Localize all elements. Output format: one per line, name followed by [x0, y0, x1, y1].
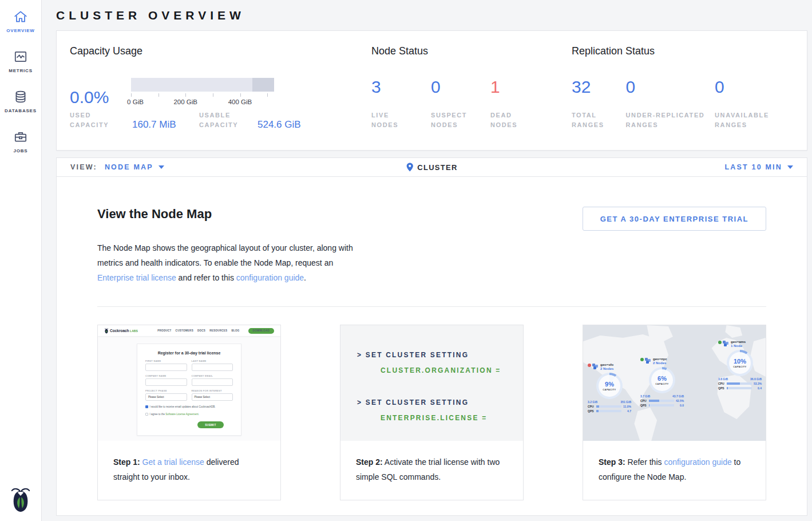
- step-3-caption: Step 3: Refer this configuration guide t…: [583, 441, 766, 498]
- text-segment: The Node Map shows the geographical layo…: [97, 243, 353, 267]
- chevron-down-icon[interactable]: [159, 165, 164, 169]
- total-ranges-value: 32: [572, 78, 626, 96]
- cpu-bar: [649, 400, 674, 402]
- node-map-description: The Node Map shows the geographical layo…: [97, 240, 366, 285]
- inline-link[interactable]: configuration guide: [664, 457, 731, 467]
- sql-command: > SET CLUSTER SETTING: [357, 351, 523, 359]
- enterprise-trial-button[interactable]: GET A 30-DAY ENTERPRISE TRIAL: [583, 207, 766, 231]
- map-locality-nyc: geo=nyc 2 Nodes 6% CAPACITY: [640, 357, 684, 407]
- capacity-usage-title: Capacity Usage: [70, 45, 371, 57]
- mini-checkbox-checked: [145, 405, 148, 408]
- inline-link[interactable]: configuration guide: [236, 273, 304, 282]
- live-nodes-stat: 3 LIVE NODES: [371, 78, 431, 130]
- main-content: CLUSTER OVERVIEW Capacity Usage 0.0%: [42, 0, 812, 521]
- sidebar-item-metrics[interactable]: METRICS: [0, 40, 41, 80]
- locality-name: geo=ams: [731, 340, 746, 344]
- mini-nav-item: CUSTOMERS: [176, 329, 193, 332]
- nodes-icon: [644, 357, 651, 364]
- step-1-card: Cockroach LABS PRODUCT CUSTOMERS DOCS RE…: [97, 325, 281, 500]
- capacity-bar: [131, 78, 274, 92]
- metrics-icon: [13, 49, 28, 64]
- used-capacity-value: 160.7 MiB: [119, 119, 199, 130]
- axis-tick-label: 0 GiB: [127, 98, 144, 105]
- cpu-label: CPU: [640, 399, 647, 402]
- capacity-bar-chart: 0 GiB 200 GiB 400 GiB: [131, 78, 274, 106]
- capacity-bar-segment: [252, 78, 274, 92]
- mini-checkbox-label: I would like to receive email updates ab…: [150, 405, 216, 408]
- sidebar: OVERVIEW METRICS DATABASES: [0, 0, 42, 521]
- cockroachdb-logo: [0, 487, 41, 513]
- text-segment: Step 2:: [356, 457, 383, 467]
- mini-site-nav: PRODUCT CUSTOMERS DOCS RESOURCES BLOG DO…: [157, 328, 274, 334]
- mini-submit-button: SUBMIT: [197, 421, 224, 428]
- sidebar-item-jobs[interactable]: JOBS: [0, 120, 41, 160]
- mini-checkbox-empty: [145, 413, 148, 416]
- databases-icon: [13, 89, 28, 104]
- mini-text-input: [145, 378, 187, 386]
- sql-argument: CLUSTER.ORGANIZATION =: [381, 366, 523, 374]
- trial-registration-screenshot: Cockroach LABS PRODUCT CUSTOMERS DOCS RE…: [98, 325, 280, 441]
- used-capacity-label: USED CAPACITY: [70, 110, 119, 130]
- text-segment: and refer to this: [176, 273, 236, 282]
- mini-field-label: COMPANY NAME: [145, 374, 187, 377]
- mini-nav-item: BLOG: [231, 329, 239, 332]
- mini-checkbox-row: I agree to the Software License Agreemen…: [145, 413, 233, 416]
- capacity-used: 3.7 GiB: [640, 394, 650, 398]
- capacity-used: 3.6 GiB: [718, 377, 728, 381]
- mini-field-label: FIRST NAME: [145, 360, 187, 362]
- locality-node-count: 2 Nodes: [653, 361, 667, 365]
- breadcrumb: CLUSTER: [406, 163, 458, 172]
- mini-nav-item: DOCS: [197, 329, 205, 332]
- under-replicated-label: UNDER-REPLICATED RANGES: [626, 110, 715, 130]
- cpu-bar: [727, 382, 752, 385]
- live-nodes-value: 3: [371, 78, 431, 96]
- time-range-selector[interactable]: LAST 10 MIN: [724, 163, 793, 171]
- sidebar-item-label: OVERVIEW: [6, 28, 34, 33]
- qps-value: 0.4: [754, 386, 762, 390]
- mini-text-input: [145, 364, 187, 371]
- capacity-ring: 9% CAPACITY: [596, 373, 623, 399]
- cpu-label: CPU: [718, 382, 725, 385]
- capacity-ring: 6% CAPACITY: [649, 367, 675, 393]
- step-1-caption: Step 1: Get a trial license delivered st…: [98, 441, 280, 498]
- sql-command: > SET CLUSTER SETTING: [357, 398, 523, 406]
- capacity-label: CAPACITY: [603, 388, 616, 391]
- inline-link[interactable]: Get a trial license: [142, 457, 204, 467]
- qps-bar: [727, 387, 752, 389]
- replication-status-title: Replication Status: [572, 45, 794, 57]
- breadcrumb-scope: CLUSTER: [417, 163, 458, 172]
- sidebar-item-overview[interactable]: OVERVIEW: [0, 0, 41, 40]
- capacity-used: 3.2 GiB: [588, 400, 597, 404]
- sidebar-item-label: DATABASES: [5, 108, 37, 113]
- total-ranges-stat: 32 TOTAL RANGES: [572, 78, 626, 130]
- qps-bar: [596, 410, 621, 412]
- qps-label: QPS: [718, 386, 725, 390]
- view-selector[interactable]: NODE MAP: [105, 163, 153, 171]
- sidebar-item-databases[interactable]: DATABASES: [0, 80, 41, 120]
- locality-name: geo=nyc: [653, 357, 667, 361]
- view-toolbar: VIEW: NODE MAP CLUSTER LAST 10 MIN: [56, 157, 807, 177]
- total-ranges-label: TOTAL RANGES: [572, 110, 626, 130]
- view-label: VIEW:: [70, 163, 97, 171]
- mini-logo-sub: LABS: [130, 329, 138, 333]
- mini-license-link: Software License Agreement.: [165, 413, 199, 416]
- inline-link[interactable]: Enterprise trial license: [97, 273, 176, 282]
- mini-site-header: Cockroach LABS PRODUCT CUSTOMERS DOCS RE…: [98, 325, 280, 336]
- dead-nodes-value: 1: [490, 78, 550, 96]
- axis-tick-label: 400 GiB: [228, 98, 252, 105]
- status-dot: [588, 364, 591, 367]
- divider: [97, 306, 766, 307]
- live-nodes-label: LIVE NODES: [371, 110, 417, 130]
- mini-field-label: LAST NAME: [192, 360, 233, 362]
- node-map-preview: geo=sfo 2 Nodes 9% CAPACITY: [583, 325, 766, 441]
- capacity-axis-labels: 0 GiB 200 GiB 400 GiB: [131, 98, 274, 106]
- mini-text-input: [192, 364, 233, 371]
- sidebar-item-label: JOBS: [14, 148, 28, 153]
- capacity-percent: 9%: [605, 381, 614, 388]
- dead-nodes-stat: 1 DEAD NODES: [490, 78, 550, 130]
- capacity-label: CAPACITY: [733, 365, 746, 368]
- cpu-value: 11.0%: [623, 405, 631, 408]
- axis-tick-label: 200 GiB: [173, 98, 197, 105]
- qps-value: 4.7: [623, 409, 631, 413]
- capacity-percent: 10%: [734, 358, 746, 365]
